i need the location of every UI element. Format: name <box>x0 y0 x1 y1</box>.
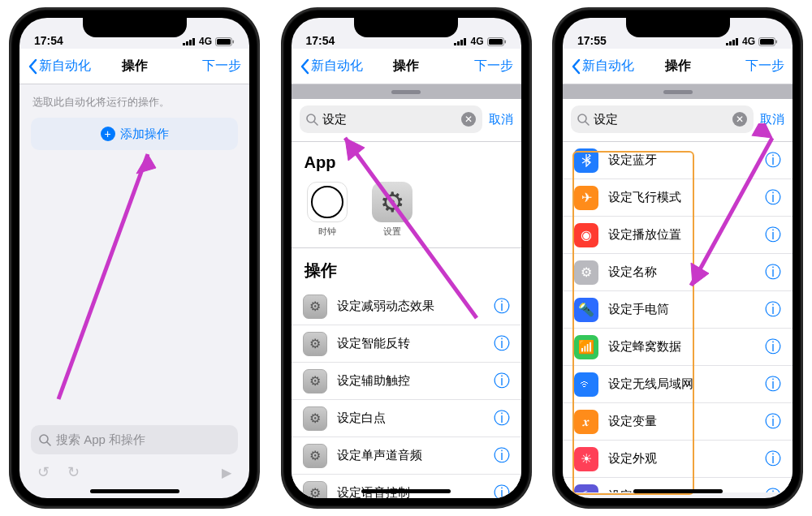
status-time: 17:54 <box>306 34 335 47</box>
app-clock[interactable]: 时钟 <box>304 182 350 238</box>
nav-next-button[interactable]: 下一步 <box>202 58 241 75</box>
signal-icon <box>454 37 467 45</box>
result-row[interactable]: 设定蓝牙ⓘ <box>563 142 793 179</box>
antenna-icon: 📶 <box>574 335 598 359</box>
action-row[interactable]: ⚙设定辅助触控ⓘ <box>292 363 521 400</box>
clear-search-button[interactable]: ✕ <box>732 112 747 127</box>
battery-icon <box>487 37 507 46</box>
home-indicator[interactable] <box>633 489 723 493</box>
info-button[interactable]: ⓘ <box>494 333 510 355</box>
svg-line-30 <box>585 122 589 125</box>
search-icon <box>577 114 590 126</box>
nav-title: 操作 <box>665 58 691 75</box>
svg-rect-25 <box>736 38 738 45</box>
info-button[interactable]: ⓘ <box>765 411 781 432</box>
nav-next-button[interactable]: 下一步 <box>745 58 784 75</box>
status-right: 4G <box>454 36 506 47</box>
info-button[interactable]: ⓘ <box>494 482 510 498</box>
search-icon <box>306 114 318 126</box>
result-label: 设定蜂窝数据 <box>608 339 755 355</box>
wifi-icon: ᯤ <box>574 372 598 397</box>
x-icon: 𝒙 <box>574 410 598 434</box>
nav-bar: 新自动化 操作 下一步 <box>292 49 521 84</box>
screen-1: 17:54 4G 新自动化 操作 下一步 选取此自动化将运行的操作。 + 添加操… <box>19 18 249 498</box>
result-row[interactable]: ᯤ设定无线局域网ⓘ <box>563 366 793 403</box>
info-button[interactable]: ⓘ <box>494 295 510 317</box>
section-header-actions: 操作 <box>292 248 521 288</box>
phone-frame-2: 17:54 4G 新自动化 操作 下一步 设定 ✕ 取消 App <box>282 8 531 508</box>
action-row[interactable]: ⚙设定语音控制ⓘ <box>292 475 521 498</box>
search-input-bottom[interactable]: 搜索 App 和操作 <box>31 425 238 454</box>
info-button[interactable]: ⓘ <box>765 149 781 171</box>
svg-rect-12 <box>457 41 460 45</box>
play-button[interactable]: ▶ <box>222 465 231 480</box>
svg-rect-16 <box>489 39 503 45</box>
gear-icon: ⚙ <box>303 444 327 468</box>
info-button[interactable]: ⓘ <box>765 299 781 320</box>
results-list[interactable]: 设定蓝牙ⓘ✈设定飞行模式ⓘ◉设定播放位置ⓘ⚙设定名称ⓘ🔦设定手电筒ⓘ📶设定蜂窝数… <box>563 142 793 492</box>
svg-rect-0 <box>183 43 185 45</box>
info-button[interactable]: ⓘ <box>494 445 510 467</box>
result-row[interactable]: 📶设定蜂窝数据ⓘ <box>563 329 793 366</box>
result-row[interactable]: 🔦设定手电筒ⓘ <box>563 291 793 329</box>
search-row: 设定 ✕ 取消 <box>563 99 793 142</box>
sheet-grip[interactable] <box>292 84 521 99</box>
result-row[interactable]: ⚙设定名称ⓘ <box>563 254 793 291</box>
actions-list[interactable]: ⚙设定减弱动态效果ⓘ⚙设定智能反转ⓘ⚙设定辅助触控ⓘ⚙设定白点ⓘ⚙设定单声道音频… <box>292 288 521 498</box>
undo-button[interactable]: ↺ <box>37 463 50 481</box>
clear-search-button[interactable]: ✕ <box>461 112 476 127</box>
nav-back-button[interactable]: 新自动化 <box>300 58 363 75</box>
info-button[interactable]: ⓘ <box>765 261 781 283</box>
svg-line-8 <box>47 442 50 445</box>
app-settings-label: 设置 <box>369 226 415 238</box>
result-row[interactable]: 𝒙设定变量ⓘ <box>563 403 793 441</box>
signal-icon <box>183 37 196 45</box>
screen-3: 17:55 4G 新自动化 操作 下一步 设定 ✕ 取消 设定蓝牙ⓘ✈设 <box>563 18 793 498</box>
action-row[interactable]: ⚙设定减弱动态效果ⓘ <box>292 288 521 325</box>
result-row[interactable]: ☀设定外观ⓘ <box>563 441 793 478</box>
home-indicator[interactable] <box>361 489 451 493</box>
svg-rect-27 <box>760 39 774 45</box>
cancel-button[interactable]: 取消 <box>489 112 513 127</box>
result-row[interactable]: ◉设定播放位置ⓘ <box>563 217 793 254</box>
info-button[interactable]: ⓘ <box>494 407 510 429</box>
sheet-grip[interactable] <box>563 84 793 99</box>
app-settings[interactable]: 设置 <box>369 182 415 238</box>
action-label: 设定单声道音频 <box>337 448 484 463</box>
redo-button[interactable]: ↻ <box>67 463 80 481</box>
nav-back-button[interactable]: 新自动化 <box>571 58 634 75</box>
search-input[interactable]: 设定 ✕ <box>571 105 754 133</box>
svg-rect-2 <box>189 40 192 45</box>
action-row[interactable]: ⚙设定智能反转ⓘ <box>292 325 521 363</box>
nav-back-button[interactable]: 新自动化 <box>28 58 91 75</box>
add-action-button[interactable]: + 添加操作 <box>31 118 238 150</box>
info-button[interactable]: ⓘ <box>765 485 781 492</box>
info-button[interactable]: ⓘ <box>765 187 781 209</box>
cast-icon: ◉ <box>574 223 598 247</box>
battery-icon <box>215 37 235 46</box>
result-row[interactable]: ✈设定飞行模式ⓘ <box>563 179 793 217</box>
action-row[interactable]: ⚙设定单声道音频ⓘ <box>292 437 521 475</box>
info-button[interactable]: ⓘ <box>765 373 781 395</box>
nav-back-label: 新自动化 <box>582 58 634 75</box>
home-indicator[interactable] <box>90 489 179 493</box>
action-row[interactable]: ⚙设定白点ⓘ <box>292 400 521 437</box>
info-button[interactable]: ⓘ <box>765 224 781 246</box>
svg-marker-10 <box>136 154 156 174</box>
cancel-button[interactable]: 取消 <box>760 112 784 127</box>
add-action-label: 添加操作 <box>120 127 169 142</box>
info-button[interactable]: ⓘ <box>765 336 781 358</box>
annotation-arrow-1 <box>42 140 188 415</box>
svg-rect-24 <box>732 40 735 45</box>
notch <box>626 18 730 37</box>
screen-2: 17:54 4G 新自动化 操作 下一步 设定 ✕ 取消 App <box>292 18 521 498</box>
result-label: 设定飞行模式 <box>608 190 755 205</box>
svg-rect-1 <box>186 41 188 45</box>
search-value: 设定 <box>322 112 457 127</box>
result-label: 设定外观 <box>608 451 755 467</box>
info-button[interactable]: ⓘ <box>765 448 781 470</box>
nav-next-button[interactable]: 下一步 <box>474 58 513 75</box>
status-time: 17:55 <box>577 34 607 47</box>
info-button[interactable]: ⓘ <box>494 370 510 392</box>
search-input[interactable]: 设定 ✕ <box>300 105 482 133</box>
